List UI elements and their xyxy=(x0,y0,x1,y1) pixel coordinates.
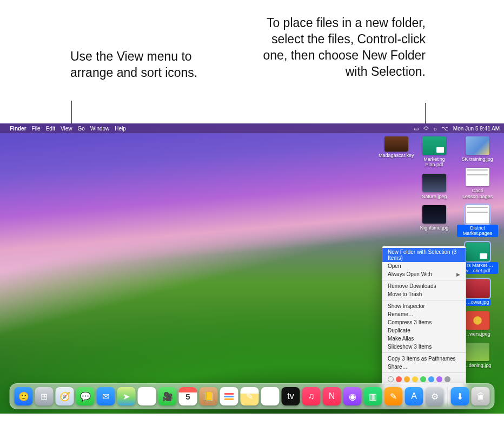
context-menu-item[interactable]: Compress 3 Items xyxy=(382,318,466,326)
file-thumbnail xyxy=(422,136,446,155)
dock-app-launchpad[interactable]: ⊞ xyxy=(35,387,54,405)
context-menu-item[interactable]: Duplicate xyxy=(382,326,466,335)
menu-separator xyxy=(382,300,466,300)
file-label: …dening.jpg xyxy=(462,362,493,369)
menu-item-label: Remove Downloads xyxy=(388,283,436,289)
callout-view-menu: Use the View menu to arrange and sort ic… xyxy=(70,49,203,81)
dock-app-appstore[interactable]: A xyxy=(405,387,423,405)
menu-item-label: Compress 3 Items xyxy=(388,319,432,325)
chevron-right-icon: ▶ xyxy=(456,272,460,277)
desktop-file[interactable]: Nature.jpeg xyxy=(413,174,455,200)
file-thumbnail xyxy=(466,343,489,361)
desktop-file[interactable]: Nighttime.jpg xyxy=(413,205,455,231)
dock-app-photos[interactable]: ✿ xyxy=(138,387,156,405)
tag-color-row xyxy=(382,375,466,383)
callout-new-folder: To place files in a new folder, select t… xyxy=(253,15,426,80)
context-menu-item[interactable]: Open xyxy=(382,262,466,270)
menu-item-label: Show Inspector xyxy=(388,303,425,309)
context-menu: New Folder with Selection (3 Items)OpenA… xyxy=(382,246,466,405)
dock-app-safari[interactable]: 🧭 xyxy=(56,387,74,405)
file-label: Nighttime.jpg xyxy=(419,225,450,231)
dock-separator xyxy=(447,387,448,405)
desktop[interactable]: Finder File Edit View Go Window Help ▭ ⧼… xyxy=(0,123,504,414)
dock-app-messages[interactable]: 💬 xyxy=(76,387,95,405)
file-thumbnail xyxy=(466,136,489,155)
tag-grn[interactable] xyxy=(420,376,426,382)
file-thumbnail xyxy=(466,168,489,186)
file-thumbnail xyxy=(384,136,408,152)
context-menu-item[interactable]: Slideshow 3 Items xyxy=(382,343,466,351)
context-menu-item[interactable]: Remove Downloads xyxy=(382,282,466,290)
menu-item-label: Copy 3 Items as Pathnames xyxy=(388,356,456,362)
dock: 🙂⊞🧭💬✉︎➤✿🎥5📒✎〰tv♫N◉▥✎A⚙⬇🗑 xyxy=(10,383,495,409)
desktop-file-madagascar[interactable]: Madagascar.key xyxy=(379,136,414,158)
wifi-icon[interactable]: ⧼⧽ xyxy=(423,126,429,132)
context-menu-item[interactable]: Show Inspector xyxy=(382,302,466,310)
dock-app-facetime[interactable]: 🎥 xyxy=(158,387,177,405)
control-center-icon[interactable]: ⌥ xyxy=(442,126,448,132)
dock-app-podcasts[interactable]: ◉ xyxy=(343,387,362,405)
tag-gry[interactable] xyxy=(445,376,450,382)
dock-app-music[interactable]: ♫ xyxy=(302,387,321,405)
context-menu-item[interactable]: New Folder with Selection (3 Items) xyxy=(382,248,466,262)
desktop-file[interactable]: 5K training.jpg xyxy=(456,136,499,162)
menu-edit[interactable]: Edit xyxy=(46,126,55,132)
dock-app-mail[interactable]: ✉︎ xyxy=(97,387,115,405)
dock-app-reminders[interactable] xyxy=(220,387,238,405)
menubar-clock[interactable]: Mon Jun 5 9:41 AM xyxy=(453,126,500,132)
dock-app-tv[interactable]: tv xyxy=(282,387,300,405)
desktop-file[interactable]: District Market.pages xyxy=(456,205,499,237)
battery-icon[interactable]: ▭ xyxy=(414,126,419,132)
menu-file[interactable]: File xyxy=(32,126,41,132)
file-label: Marketing Plan.pdf xyxy=(414,156,455,168)
file-thumbnail xyxy=(422,205,446,224)
dock-app-calendar[interactable]: 5 xyxy=(179,387,197,405)
context-menu-item[interactable]: Always Open With▶ xyxy=(382,270,466,278)
file-label: District Market.pages xyxy=(457,225,498,237)
menu-go[interactable]: Go xyxy=(77,126,84,132)
menu-item-label: Make Alias xyxy=(388,336,414,342)
tag-yel[interactable] xyxy=(412,376,418,382)
menu-item-label: Move to Trash xyxy=(388,291,422,297)
context-menu-item[interactable]: Rename… xyxy=(382,310,466,318)
tag-none[interactable] xyxy=(388,376,394,382)
dock-trash[interactable]: 🗑 xyxy=(472,387,490,405)
spotlight-icon[interactable]: ⌕ xyxy=(434,126,437,132)
file-thumbnail xyxy=(466,243,489,261)
file-label: Madagascar.key xyxy=(379,153,414,158)
context-menu-item[interactable]: Share… xyxy=(382,363,466,371)
dock-app-pages[interactable]: ✎ xyxy=(384,387,403,405)
context-menu-item[interactable]: Copy 3 Items as Pathnames xyxy=(382,355,466,363)
menu-app-name[interactable]: Finder xyxy=(10,126,26,132)
menu-view[interactable]: View xyxy=(61,126,72,132)
menu-item-label: New Folder with Selection (3 Items) xyxy=(388,249,460,261)
context-menu-item[interactable]: Make Alias xyxy=(382,335,466,343)
menu-help[interactable]: Help xyxy=(115,126,126,132)
tag-red[interactable] xyxy=(396,376,402,382)
dock-downloads[interactable]: ⬇ xyxy=(451,387,469,405)
desktop-file[interactable]: Cacti Lesson.pages xyxy=(456,168,499,200)
file-thumbnail xyxy=(466,279,489,298)
dock-app-maps[interactable]: ➤ xyxy=(117,387,136,405)
dock-app-finder[interactable]: 🙂 xyxy=(15,387,33,405)
menu-item-label: Duplicate xyxy=(388,328,410,333)
dock-app-freeform[interactable]: 〰 xyxy=(261,387,280,405)
dock-app-notes[interactable]: ✎ xyxy=(241,387,259,405)
tag-org[interactable] xyxy=(404,376,410,382)
dock-app-news[interactable]: N xyxy=(323,387,341,405)
reminders-icon xyxy=(224,393,234,400)
dock-app-settings[interactable]: ⚙ xyxy=(426,387,444,405)
dock-app-numbers[interactable]: ▥ xyxy=(364,387,382,405)
menu-window[interactable]: Window xyxy=(90,126,110,132)
dock-app-contacts[interactable]: 📒 xyxy=(200,387,218,405)
menu-item-label: Slideshow 3 Items xyxy=(388,344,432,350)
context-menu-item[interactable]: Move to Trash xyxy=(382,290,466,298)
tag-blu[interactable] xyxy=(428,376,434,382)
desktop-file[interactable]: Marketing Plan.pdf xyxy=(413,136,455,168)
tag-pur[interactable] xyxy=(436,376,442,382)
menu-item-label: Share… xyxy=(388,364,408,370)
file-thumbnail xyxy=(466,205,489,224)
file-label: Cacti Lesson.pages xyxy=(457,187,498,200)
menu-separator xyxy=(382,352,466,353)
menu-separator xyxy=(382,280,466,280)
